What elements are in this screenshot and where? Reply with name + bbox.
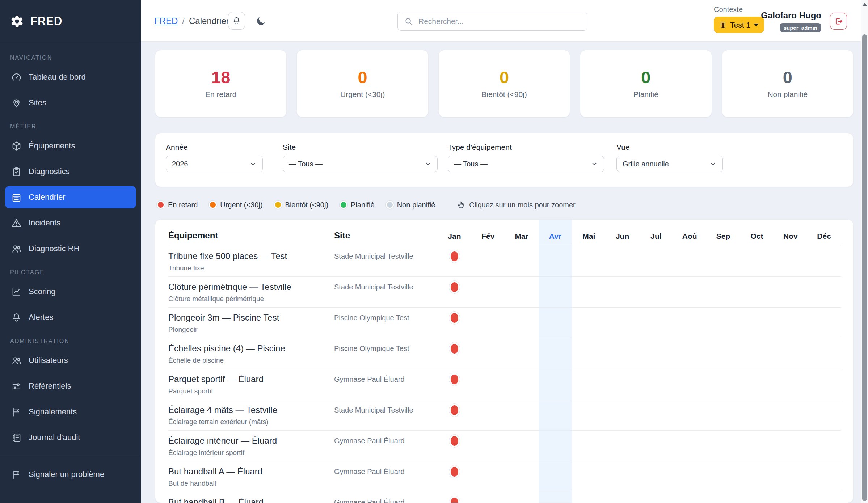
- equipment-name: Plongeoir 3m — Piscine Test: [168, 312, 334, 323]
- select-value: — Tous —: [454, 160, 488, 168]
- user-info: Galofaro Hugo super_admin: [761, 10, 821, 32]
- filter-type-d-equipement-select[interactable]: — Tous —: [448, 156, 604, 172]
- legend-item-en-retard: En retard: [158, 201, 198, 209]
- logout-button[interactable]: [830, 13, 847, 30]
- gear-logo-icon: [10, 14, 24, 28]
- table-row[interactable]: Éclairage 4 mâts — TestvilleÉclairage te…: [168, 400, 841, 431]
- sidebar-item-tableau-de-bord[interactable]: Tableau de bord: [5, 66, 136, 88]
- month-header-jun[interactable]: Jun: [606, 220, 639, 246]
- sidebar-item-signalements[interactable]: Signalements: [5, 401, 136, 423]
- sidebar-item-label: Sites: [29, 98, 46, 107]
- sidebar-footer: Signaler un problème: [0, 457, 141, 489]
- sidebar-item-diagnostics[interactable]: Diagnostics: [5, 160, 136, 183]
- table-row[interactable]: Échelles piscine (4) — PiscineÉchelle de…: [168, 338, 841, 369]
- filter-label: Vue: [616, 143, 723, 152]
- select-value: — Tous —: [289, 160, 323, 168]
- sidebar-section-label: NAVIGATION: [10, 55, 131, 61]
- sidebar-section-pilotage: PILOTAGEScoringAlertes: [5, 269, 136, 329]
- month-cell-mai: [572, 492, 606, 503]
- month-header-mar[interactable]: Mar: [505, 220, 539, 246]
- sidebar-item-incidents[interactable]: Incidents: [5, 212, 136, 234]
- month-cell-oct: [740, 246, 774, 276]
- month-cell-jun: [606, 461, 639, 492]
- month-cell-mai: [572, 400, 606, 430]
- sidebar-section-label: ADMINISTRATION: [10, 338, 131, 345]
- month-cell-mar: [505, 492, 539, 503]
- month-header-nov[interactable]: Nov: [774, 220, 807, 246]
- sidebar-item-diagnostic-rh[interactable]: Diagnostic RH: [5, 237, 136, 260]
- breadcrumb-root-link[interactable]: FRED: [154, 16, 178, 26]
- month-header-fev[interactable]: Fév: [471, 220, 505, 246]
- filter-site-select[interactable]: — Tous —: [283, 156, 438, 172]
- filter-annee-select[interactable]: 2026: [166, 156, 263, 172]
- sidebar-item-signaler-un-probleme[interactable]: Signaler un problème: [5, 463, 136, 486]
- table-row[interactable]: But handball A — ÉluardBut de handballGy…: [168, 461, 841, 492]
- month-cell-fev: [471, 369, 505, 400]
- equipment-cell: Échelles piscine (4) — PiscineÉchelle de…: [168, 338, 334, 369]
- dark-mode-toggle[interactable]: [253, 14, 268, 28]
- month-header-oct[interactable]: Oct: [740, 220, 774, 246]
- sidebar-item-alertes[interactable]: Alertes: [5, 306, 136, 329]
- table-row[interactable]: Plongeoir 3m — Piscine TestPlongeoirPisc…: [168, 308, 841, 338]
- month-cell-aou: [673, 492, 707, 503]
- month-cell-avr: [539, 431, 572, 461]
- month-cell-fev: [471, 277, 505, 307]
- month-header-dec[interactable]: Déc: [807, 220, 841, 246]
- legend-label: En retard: [168, 201, 198, 209]
- month-cell-oct: [740, 369, 774, 400]
- context-button[interactable]: Test 1: [714, 17, 764, 33]
- month-cell-avr: [539, 338, 572, 369]
- sidebar-item-scoring[interactable]: Scoring: [5, 280, 136, 303]
- stat-card-non-planifie: 0Non planifié: [722, 50, 854, 117]
- table-row[interactable]: Éclairage intérieur — ÉluardÉclairage in…: [168, 431, 841, 461]
- month-cell-avr: [539, 461, 572, 492]
- sidebar-item-sites[interactable]: Sites: [5, 92, 136, 114]
- month-header-mai[interactable]: Mai: [572, 220, 606, 246]
- sidebar-item-referentiels[interactable]: Référentiels: [5, 375, 136, 397]
- month-header-aou[interactable]: Aoû: [673, 220, 707, 246]
- filter-vue-select[interactable]: Grille annuelle: [616, 156, 723, 172]
- status-dot: [451, 282, 458, 292]
- month-header-jul[interactable]: Jul: [639, 220, 673, 246]
- building-icon: [719, 21, 727, 29]
- stat-card-planifie: 0Planifié: [580, 50, 712, 117]
- table-row[interactable]: But handball B — ÉluardGymnase Paul Élua…: [168, 492, 841, 503]
- table-row[interactable]: Clôture périmétrique — TestvilleClôture …: [168, 277, 841, 308]
- context-label: Contexte: [714, 5, 764, 14]
- sidebar-item-equipements[interactable]: Équipements: [5, 135, 136, 157]
- sidebar-item-calendrier[interactable]: Calendrier: [5, 186, 136, 208]
- legend-item-planifie: Planifié: [341, 201, 375, 209]
- month-cell-sep: [707, 492, 740, 503]
- month-cell-jul: [639, 461, 673, 492]
- month-cell-nov: [774, 400, 807, 430]
- zoom-hint: Cliquez sur un mois pour zoomer: [457, 200, 575, 209]
- scrollbar-thumb[interactable]: [862, 34, 867, 501]
- month-header-sep[interactable]: Sep: [707, 220, 740, 246]
- table-header-row: ÉquipementSiteJanFévMarAvrMaiJunJulAoûSe…: [168, 220, 841, 246]
- month-cell-jan: [438, 492, 471, 503]
- stat-label: Bientôt (<90j): [481, 90, 527, 99]
- month-cell-jun: [606, 246, 639, 276]
- sidebar-item-utilisateurs[interactable]: Utilisateurs: [5, 349, 136, 372]
- month-cell-dec: [807, 246, 841, 276]
- sidebar-item-label: Journal d'audit: [29, 433, 80, 442]
- notifications-button[interactable]: [228, 12, 245, 30]
- flag-icon: [11, 469, 22, 480]
- month-cell-fev: [471, 308, 505, 338]
- search-input[interactable]: [418, 17, 581, 26]
- month-cell-aou: [673, 461, 707, 492]
- app-logo: FRED: [0, 0, 141, 43]
- month-cell-jun: [606, 431, 639, 461]
- legend-label: Non planifié: [397, 201, 435, 209]
- sidebar-item-journal-d-audit[interactable]: Journal d'audit: [5, 426, 136, 449]
- table-row[interactable]: Parquet sportif — ÉluardParquet sportifG…: [168, 369, 841, 400]
- month-header-jan[interactable]: Jan: [438, 220, 471, 246]
- scrollbar-up-arrow[interactable]: [863, 3, 867, 6]
- month-cell-mar: [505, 338, 539, 369]
- month-cell-fev: [471, 246, 505, 276]
- stat-label: Planifié: [633, 90, 658, 99]
- month-header-avr[interactable]: Avr: [539, 220, 572, 246]
- table-row[interactable]: Tribune fixe 500 places — TestTribune fi…: [168, 246, 841, 277]
- month-cell-mai: [572, 277, 606, 307]
- sidebar-item-label: Diagnostics: [29, 167, 70, 176]
